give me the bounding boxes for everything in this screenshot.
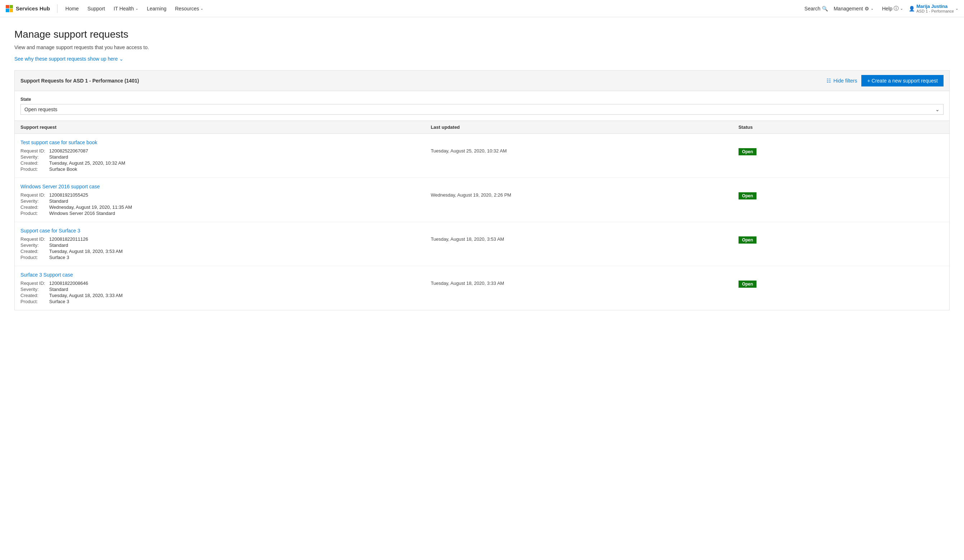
table-row: Test support case for surface book Reque…: [15, 134, 949, 178]
user-menu[interactable]: 👤 Marija Justina ASD 1 - Performance ⌄: [909, 3, 958, 13]
filter-icon: ☷: [827, 78, 831, 84]
status-col: Open: [739, 228, 944, 243]
logo[interactable]: Services Hub: [6, 5, 50, 12]
search-button[interactable]: Search 🔍: [804, 6, 828, 11]
status-badge: Open: [739, 192, 757, 200]
last-updated: Tuesday, August 25, 2020, 10:32 AM: [431, 140, 739, 154]
status-badge: Open: [739, 281, 757, 288]
col-header-status: Status: [739, 125, 944, 130]
user-subtitle: ASD 1 - Performance: [916, 9, 954, 13]
chevron-down-icon: ⌄: [900, 6, 903, 10]
chevron-down-icon: ⌄: [135, 6, 138, 10]
nav-right: Search 🔍 Management ⚙ ⌄ Help ⓘ ⌄ 👤 Marij…: [804, 3, 958, 13]
search-icon: 🔍: [822, 6, 828, 11]
status-badge: Open: [739, 236, 757, 243]
nav-it-health[interactable]: IT Health ⌄: [110, 0, 142, 17]
nav-support[interactable]: Support: [84, 0, 108, 17]
help-icon: ⓘ: [894, 5, 899, 12]
severity-label: Severity:: [20, 242, 49, 248]
navigation: Services Hub Home Support IT Health ⌄ Le…: [0, 0, 964, 17]
request-id-value: 120082522067087: [49, 148, 431, 154]
request-title-link[interactable]: Surface 3 Support case: [20, 272, 431, 278]
product-label: Product:: [20, 255, 49, 260]
request-meta: Request ID: 120081822008646 Severity: St…: [20, 281, 431, 304]
management-button[interactable]: Management ⚙ ⌄: [831, 6, 876, 11]
table-row: Support case for Surface 3 Request ID: 1…: [15, 222, 949, 266]
severity-label: Severity:: [20, 154, 49, 160]
created-label: Created:: [20, 293, 49, 298]
severity-label: Severity:: [20, 198, 49, 204]
state-filter-select[interactable]: Open requests ⌄: [20, 104, 944, 115]
main-content: Manage support requests View and manage …: [0, 17, 964, 322]
request-meta: Request ID: 120082522067087 Severity: St…: [20, 148, 431, 172]
nav-learning[interactable]: Learning: [143, 0, 170, 17]
hide-filters-button[interactable]: ☷ Hide filters: [827, 78, 857, 84]
severity-value: Standard: [49, 154, 431, 160]
status-badge: Open: [739, 148, 757, 155]
last-updated: Tuesday, August 18, 2020, 3:33 AM: [431, 272, 739, 286]
nav-resources[interactable]: Resources ⌄: [172, 0, 207, 17]
severity-value: Standard: [49, 242, 431, 248]
status-col: Open: [739, 184, 944, 200]
last-updated: Wednesday, August 19, 2020, 2:26 PM: [431, 184, 739, 198]
nav-home[interactable]: Home: [62, 0, 82, 17]
severity-label: Severity:: [20, 287, 49, 292]
last-updated: Tuesday, August 18, 2020, 3:53 AM: [431, 228, 739, 242]
management-label: Management: [834, 6, 863, 11]
panel-title: Support Requests for ASD 1 - Performance…: [20, 78, 139, 84]
chevron-down-icon: ⌄: [955, 6, 958, 10]
state-filter-value: Open requests: [24, 107, 57, 112]
created-value: Tuesday, August 18, 2020, 3:33 AM: [49, 293, 431, 298]
created-label: Created:: [20, 161, 49, 166]
microsoft-logo-icon: [6, 5, 13, 12]
search-label: Search: [804, 6, 821, 11]
request-id-label: Request ID:: [20, 192, 49, 198]
created-value: Tuesday, August 25, 2020, 10:32 AM: [49, 161, 431, 166]
created-value: Wednesday, August 19, 2020, 11:35 AM: [49, 205, 431, 210]
request-id-label: Request ID:: [20, 236, 49, 242]
product-value: Surface 3: [49, 299, 431, 304]
request-meta: Request ID: 120081822011126 Severity: St…: [20, 236, 431, 260]
product-value: Surface Book: [49, 166, 431, 172]
create-support-request-button[interactable]: + Create a new support request: [861, 75, 944, 86]
request-id-value: 120081822011126: [49, 236, 431, 242]
table-row: Windows Server 2016 support case Request…: [15, 178, 949, 222]
user-name: Marija Justina: [916, 3, 954, 9]
request-meta: Request ID: 120081921055425 Severity: St…: [20, 192, 431, 216]
request-title-link[interactable]: Windows Server 2016 support case: [20, 184, 431, 190]
requests-list: Test support case for surface book Reque…: [15, 134, 949, 310]
product-value: Surface 3: [49, 255, 431, 260]
severity-value: Standard: [49, 287, 431, 292]
status-col: Open: [739, 272, 944, 288]
status-col: Open: [739, 140, 944, 155]
chevron-down-icon: ⌄: [200, 6, 203, 10]
panel-actions: ☷ Hide filters + Create a new support re…: [827, 75, 944, 86]
table-header: Support request Last updated Status: [15, 121, 949, 134]
chevron-down-icon: ⌄: [871, 6, 873, 10]
request-id-label: Request ID:: [20, 281, 49, 286]
help-button[interactable]: Help ⓘ ⌄: [879, 5, 906, 12]
created-value: Tuesday, August 18, 2020, 3:53 AM: [49, 248, 431, 254]
nav-divider: [57, 4, 57, 13]
created-label: Created:: [20, 248, 49, 254]
chevron-down-icon: ⌄: [935, 107, 940, 112]
help-label: Help: [882, 6, 892, 11]
panel-header: Support Requests for ASD 1 - Performance…: [15, 71, 949, 91]
brand-name: Services Hub: [16, 5, 50, 11]
created-label: Created:: [20, 205, 49, 210]
product-label: Product:: [20, 166, 49, 172]
col-header-updated: Last updated: [431, 125, 739, 130]
request-id-value: 120081822008646: [49, 281, 431, 286]
support-requests-panel: Support Requests for ASD 1 - Performance…: [15, 70, 949, 310]
product-value: Windows Server 2016 Standard: [49, 211, 431, 216]
request-id-value: 120081921055425: [49, 192, 431, 198]
severity-value: Standard: [49, 198, 431, 204]
see-why-link[interactable]: See why these support requests show up h…: [15, 56, 124, 62]
chevron-down-icon: ⌄: [119, 56, 124, 62]
request-title-link[interactable]: Test support case for surface book: [20, 140, 431, 145]
user-icon: 👤: [909, 6, 915, 11]
product-label: Product:: [20, 211, 49, 216]
request-title-link[interactable]: Support case for Surface 3: [20, 228, 431, 234]
page-title: Manage support requests: [15, 29, 949, 40]
state-filter-label: State: [20, 97, 944, 102]
